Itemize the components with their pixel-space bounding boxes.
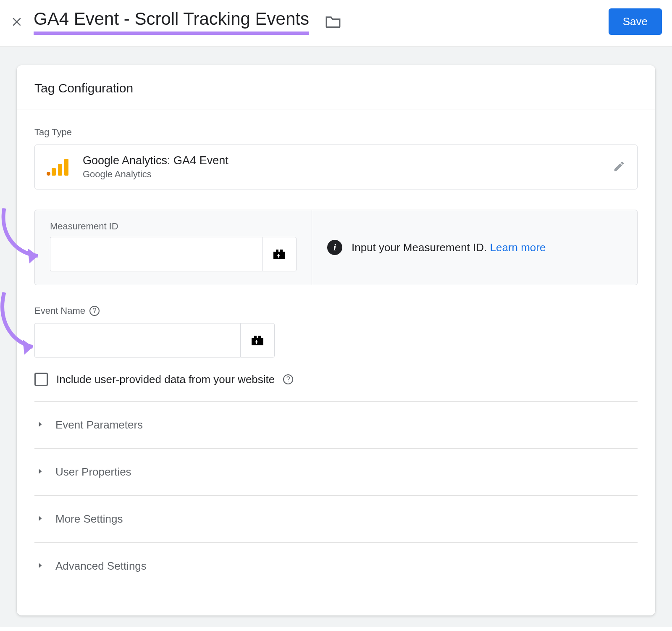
svg-rect-7 — [255, 342, 258, 342]
chevron-right-icon — [36, 514, 45, 524]
tag-config-card: Tag Configuration Tag Type Google Analyt… — [17, 65, 655, 615]
measurement-id-hint: Input your Measurement ID. Learn more — [352, 241, 546, 254]
editor-header: GA4 Event - Scroll Tracking Events Save — [0, 0, 672, 47]
variable-picker-button[interactable] — [262, 237, 297, 271]
tag-type-vendor: Google Analytics — [83, 169, 228, 180]
measurement-id-panel: Measurement ID i — [34, 210, 638, 285]
folder-icon[interactable] — [325, 15, 341, 29]
section-event-parameters[interactable]: Event Parameters — [34, 402, 638, 449]
include-user-data-label: Include user-provided data from your web… — [56, 373, 275, 386]
measurement-id-label: Measurement ID — [50, 221, 297, 232]
save-button[interactable]: Save — [609, 8, 662, 35]
section-advanced-settings[interactable]: Advanced Settings — [34, 543, 638, 589]
section-more-settings[interactable]: More Settings — [34, 496, 638, 543]
variable-picker-button[interactable] — [240, 323, 275, 358]
help-icon[interactable]: ? — [89, 306, 100, 316]
svg-rect-5 — [277, 255, 280, 256]
help-icon[interactable]: ? — [283, 374, 293, 384]
event-name-label: Event Name — [34, 305, 85, 316]
chevron-right-icon — [36, 420, 45, 430]
event-name-input[interactable] — [34, 323, 240, 358]
tag-type-selector[interactable]: Google Analytics: GA4 Event Google Analy… — [34, 145, 638, 189]
page-title[interactable]: GA4 Event - Scroll Tracking Events — [34, 8, 309, 34]
include-user-data-row[interactable]: Include user-provided data from your web… — [34, 373, 638, 402]
tag-type-label: Tag Type — [34, 127, 638, 138]
info-icon: i — [327, 240, 342, 255]
edit-icon[interactable] — [613, 160, 625, 174]
close-icon[interactable] — [10, 15, 24, 29]
editor-stage: Tag Configuration Tag Type Google Analyt… — [0, 47, 672, 627]
section-user-properties[interactable]: User Properties — [34, 449, 638, 496]
chevron-right-icon — [36, 467, 45, 477]
chevron-right-icon — [36, 561, 45, 571]
include-user-data-checkbox[interactable] — [34, 373, 48, 386]
measurement-id-input[interactable] — [50, 237, 262, 271]
card-heading: Tag Configuration — [17, 65, 655, 110]
learn-more-link[interactable]: Learn more — [490, 241, 546, 254]
google-analytics-icon — [47, 159, 68, 176]
tag-type-name: Google Analytics: GA4 Event — [83, 154, 228, 167]
